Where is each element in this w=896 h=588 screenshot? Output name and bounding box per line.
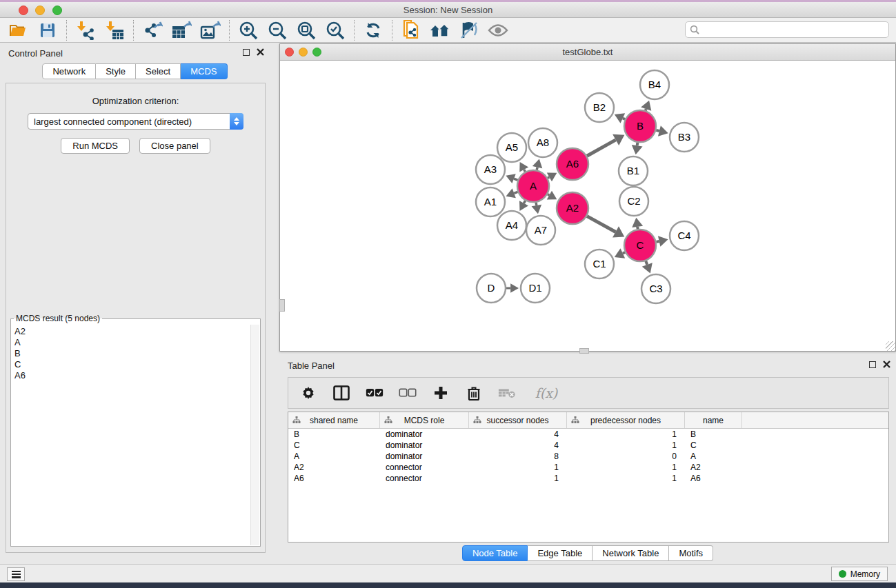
table-cell[interactable]: A2 (685, 462, 742, 473)
graph-edge-A6-B[interactable] (587, 140, 616, 156)
graph-edge-C-C1[interactable] (623, 252, 625, 254)
first-neighbors-icon[interactable] (428, 20, 452, 41)
result-scrollbar[interactable] (250, 325, 259, 545)
zoom-in-icon[interactable] (237, 20, 260, 41)
delete-columns-icon[interactable] (465, 384, 483, 402)
criterion-dropdown[interactable]: largest connected component (directed) (28, 113, 243, 130)
search-box[interactable] (685, 21, 889, 38)
table-cell[interactable]: 1 (567, 440, 685, 451)
export-table-icon[interactable] (170, 20, 193, 41)
tab-style[interactable]: Style (96, 63, 136, 79)
graph-edge-A-A5[interactable] (524, 170, 526, 172)
search-input[interactable] (699, 25, 884, 34)
table-cell[interactable]: 4 (469, 440, 567, 451)
float-panel-icon[interactable] (243, 49, 250, 56)
import-network-icon[interactable] (74, 20, 97, 41)
table-row[interactable]: A2connector11A2 (288, 462, 888, 473)
refresh-icon[interactable] (361, 20, 385, 41)
table-row[interactable]: Cdominator41C (288, 440, 888, 451)
import-table-icon[interactable] (103, 20, 126, 41)
close-panel-icon[interactable] (257, 48, 264, 56)
table-cell[interactable]: 1 (567, 473, 685, 484)
table-cell[interactable]: A6 (288, 473, 380, 484)
tab-motifs[interactable]: Motifs (669, 545, 713, 561)
delete-table-icon[interactable] (498, 384, 516, 402)
mcds-result-item[interactable]: A6 (14, 370, 247, 381)
tab-node-table[interactable]: Node Table (462, 545, 528, 561)
graph-edge-B-B4[interactable] (646, 109, 646, 110)
table-cell[interactable]: A6 (685, 473, 742, 484)
graph-edge-B-B1[interactable] (637, 143, 638, 146)
splitter-handle-left[interactable] (279, 299, 285, 312)
graph-edge-A-A4[interactable] (524, 201, 525, 203)
column-header-shared-name[interactable]: shared name (288, 412, 380, 428)
table-cell[interactable]: dominator (380, 451, 469, 462)
graph-edge-C-C4[interactable] (656, 241, 659, 242)
graph-edge-A-A3[interactable] (514, 179, 518, 180)
column-header-successor-nodes[interactable]: successor nodes (469, 412, 567, 428)
close-table-panel-icon[interactable] (883, 361, 890, 368)
table-row[interactable]: Bdominator41B (288, 429, 888, 440)
table-cell[interactable]: 4 (469, 429, 567, 440)
table-cell[interactable]: B (685, 429, 742, 440)
graph-edge-A-A6[interactable] (548, 177, 549, 178)
zoom-selected-icon[interactable] (323, 20, 347, 41)
table-cell[interactable]: C (288, 440, 380, 451)
table-settings-icon[interactable] (299, 384, 317, 402)
graph-edge-B-B3[interactable] (656, 130, 659, 131)
table-cell[interactable]: 8 (469, 451, 567, 462)
table-cell[interactable]: A (288, 451, 380, 462)
open-file-icon[interactable] (7, 20, 30, 41)
zoom-fit-icon[interactable] (295, 20, 318, 41)
table-cell[interactable]: A2 (288, 462, 380, 473)
graph-edge-A-A8[interactable] (537, 168, 537, 170)
tab-edge-table[interactable]: Edge Table (528, 545, 593, 561)
graph-edge-B-B2[interactable] (623, 118, 625, 119)
table-cell[interactable]: C (685, 440, 742, 451)
splitter-handle-bottom[interactable] (579, 348, 589, 354)
column-header-predecessor-nodes[interactable]: predecessor nodes (567, 412, 685, 428)
float-table-panel-icon[interactable] (869, 361, 876, 368)
node-table[interactable]: shared nameMCDS rolesuccessor nodesprede… (288, 412, 889, 543)
close-panel-button[interactable]: Close panel (139, 138, 210, 154)
graph-edge-A-A1[interactable] (514, 192, 517, 193)
graph-edge-A2-C[interactable] (587, 216, 616, 232)
mcds-result-list[interactable]: A2ABCA6 (12, 325, 250, 545)
table-cell[interactable]: B (288, 429, 380, 440)
function-builder-icon[interactable]: f(x) (531, 384, 561, 402)
table-cell[interactable]: 1 (567, 429, 685, 440)
unselect-all-columns-icon[interactable] (399, 384, 417, 402)
tab-select[interactable]: Select (136, 63, 181, 79)
hide-selected-icon[interactable] (457, 20, 481, 41)
table-cell[interactable]: 1 (567, 462, 685, 473)
export-image-icon[interactable] (199, 20, 222, 41)
run-mcds-button[interactable]: Run MCDS (61, 138, 130, 154)
tab-mcds[interactable]: MCDS (181, 63, 227, 79)
table-cell[interactable]: connector (380, 462, 469, 473)
mcds-result-item[interactable]: B (14, 348, 247, 359)
select-all-columns-icon[interactable] (366, 384, 384, 402)
column-header-MCDS-role[interactable]: MCDS role (380, 412, 469, 428)
save-session-icon[interactable] (36, 20, 59, 41)
column-header-name[interactable]: name (685, 412, 742, 428)
mcds-result-item[interactable]: C (14, 359, 247, 370)
table-row[interactable]: Adominator80A (288, 451, 888, 462)
export-network-icon[interactable] (141, 20, 164, 41)
graph-edge-C-C3[interactable] (646, 261, 647, 265)
network-canvas[interactable]: B4B2BB3A5A8A6A3B1AA1C2A2A4A7C4CC1C3DD1 (280, 61, 895, 351)
graph-edge-A-A7[interactable] (536, 203, 537, 205)
network-window-titlebar[interactable]: testGlobe.txt (280, 44, 895, 61)
table-cell[interactable]: 1 (469, 462, 567, 473)
split-view-icon[interactable] (332, 384, 350, 402)
memory-button[interactable]: Memory (831, 567, 888, 581)
new-network-from-selection-icon[interactable] (399, 20, 423, 41)
mcds-result-item[interactable]: A (14, 337, 247, 348)
add-column-icon[interactable] (432, 384, 450, 402)
table-cell[interactable]: connector (380, 473, 469, 484)
tab-network[interactable]: Network (42, 63, 96, 79)
task-history-button[interactable] (7, 567, 25, 581)
tab-network-table[interactable]: Network Table (593, 545, 669, 561)
window-resize-grip[interactable] (886, 341, 895, 351)
table-cell[interactable]: 0 (567, 451, 685, 462)
graph-edge-A-A2[interactable] (548, 194, 549, 195)
